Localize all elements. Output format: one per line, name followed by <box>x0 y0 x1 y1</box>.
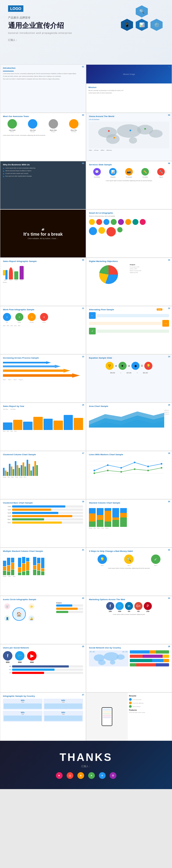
slide-num-05: 05 <box>82 162 84 164</box>
slide-title-09: Sales Report Infographic Sample <box>3 260 83 262</box>
circle-1 <box>89 219 95 225</box>
cover-hexagons: 🔍 📱 📊 ⚙️ <box>121 5 164 31</box>
eq-item-1: ▽ <box>106 362 114 370</box>
svg-point-9 <box>113 137 115 138</box>
slide-title-smart: Smart Art & Infographic <box>89 212 169 214</box>
slide-title-18: Lines With Markers Chart Sample <box>89 453 169 456</box>
circle-lg-2 <box>98 227 105 234</box>
eq-plus-2: + <box>128 364 130 368</box>
slide-why-business: 05 Why Do Business With Us Lorem ipsum d… <box>0 161 86 209</box>
bar-1 <box>3 423 12 430</box>
team-role-3: Designer <box>44 131 63 132</box>
fb-stat: 16M <box>106 611 114 612</box>
team-role-1: Director <box>3 131 22 132</box>
presentation-container: LOGO 产品展示 品牌宣传 通用企业宣传介绍 General introduc… <box>0 0 172 789</box>
social-h-bar-1: FB <box>3 665 83 668</box>
bar-4 <box>33 417 43 430</box>
yt-users: 96M <box>27 661 36 663</box>
slide-clustered-bars: 19 Clustered Bars Chart Sample Cat A Cat… <box>0 499 86 548</box>
hex-empty1 <box>121 5 133 18</box>
slide-row-8: 15 Sales Report by Year Total Sales Tota… <box>0 403 172 451</box>
h-bar-fill-2 <box>12 508 51 511</box>
slide-title-23: Iconic Circle Infographic Sample <box>3 598 83 601</box>
bar-6 <box>54 421 63 430</box>
svg-point-16 <box>120 467 122 469</box>
country-pct-7: 94% <box>44 712 82 713</box>
svg-point-8 <box>144 128 146 130</box>
team-member-4: Brian Plus Developer <box>65 119 83 132</box>
svg-point-15 <box>107 464 109 466</box>
h-bar-fill-4 <box>12 515 72 517</box>
slide-sales-infographic: 09 Sales Report Infographic Sample 2010 … <box>0 258 86 306</box>
slide-users-social: 25 Users per Social Network f 96M 🐦 96M … <box>0 644 86 692</box>
slide-equation: 14 Equation Sample Slide ▽ + ★ + ◆ = 💡 $… <box>86 354 172 403</box>
slide-3-steps: 22 3 Steps to Help Change a Bad Money Ha… <box>86 548 172 596</box>
iconic-fill-2 <box>56 608 78 610</box>
slide-alternating-flow: 12 Alternating Flow Sample ← → ✓ <box>86 306 172 354</box>
h-bar-label-4: Cat B <box>3 515 11 517</box>
tw-stat: 50M <box>116 611 124 612</box>
svg-point-6 <box>108 130 110 132</box>
eq-item-2: ★ <box>118 362 126 370</box>
circles-row <box>89 219 169 225</box>
service-icon-3: 📷 <box>125 168 133 176</box>
hex-gear: ⚙️ <box>150 19 163 31</box>
fb-icon: f <box>3 651 12 660</box>
h-bar-5: Cat C <box>3 518 83 520</box>
slide-num-09: 09 <box>82 259 84 261</box>
h-bar-track-2 <box>12 508 83 511</box>
slide-title-24: Marketing Options Across The Web <box>89 598 169 601</box>
slide-social-country: 26 Social Network Use by Country <box>86 644 172 692</box>
slide-title-15: Sales Report by Year <box>3 405 83 407</box>
iconic-track-2 <box>56 608 83 610</box>
social-label-3: YT <box>3 672 11 674</box>
service-4: ✏️ Consulting <box>141 168 149 178</box>
service-icon-5: 🔧 <box>157 168 165 176</box>
slide-lines-markers: 18 Lines With Markers Chart Sample <box>86 451 172 499</box>
stacked-bar-1 <box>130 650 169 654</box>
slide-row-5: 09 Sales Report Infographic Sample 2010 … <box>0 258 172 306</box>
fb-users: 96M <box>3 661 12 663</box>
bar-3 <box>23 422 32 430</box>
bar-5 <box>44 419 53 430</box>
service-icon-1: 💬 <box>93 168 101 176</box>
h-bar-label-1: Cat A <box>3 506 11 507</box>
twitter-stat: 🐦 96M <box>15 651 25 663</box>
mission-image: Mission image <box>86 65 172 84</box>
slide-title-14: Equation Sample Slide <box>89 357 169 359</box>
slide-num-19: 19 <box>82 501 84 502</box>
slide-num-06: 06 <box>168 162 170 164</box>
slide-num-24: 24 <box>168 597 170 599</box>
slide-row-1: 01 Introduction Lorem ipsum dolor sit am… <box>0 64 172 113</box>
svg-point-5 <box>129 137 137 144</box>
break-sub: Click editable. Alt try button, Close ..… <box>23 238 63 240</box>
svg-point-4 <box>106 134 120 144</box>
social-track-1 <box>12 665 83 668</box>
slide-title-02: Mission <box>88 86 170 89</box>
slide-title-17: Clustered Column Chart Sample <box>3 453 83 456</box>
stacked-bar-2 <box>130 655 169 658</box>
country-pct-6: 13% <box>4 713 42 715</box>
h-bar-6: Cat C <box>3 522 83 524</box>
team-member-2: John Doe Manager <box>24 119 42 132</box>
h-bar-track-4 <box>12 515 83 517</box>
slide-num-17: 17 <box>82 452 84 454</box>
social-fill-3 <box>12 672 44 674</box>
social-icons-row: f 96M 🐦 96M ▶ 96M <box>3 651 83 663</box>
svg-point-28 <box>117 654 125 660</box>
slide-mission: Mission image 02 Mission We are currentl… <box>86 64 172 113</box>
svg-point-23 <box>134 468 136 470</box>
area-chart-svg <box>89 409 169 428</box>
equation-row: ▽ + ★ + ◆ = 💡 <box>89 362 169 370</box>
slide-introduction: 01 Introduction Lorem ipsum dolor sit am… <box>0 64 86 113</box>
social-track-3 <box>12 672 83 674</box>
slide-num-01: 01 <box>82 66 84 68</box>
slide-num-26: 26 <box>168 646 170 647</box>
service-2: 📊 Infographic <box>109 168 117 178</box>
h-bar-track-6 <box>12 522 83 524</box>
footer-icon-2: ◎ <box>67 772 74 779</box>
avatar-4 <box>69 119 79 129</box>
service-5: 🔧 Support <box>157 168 165 178</box>
eq-plus-1: + <box>115 364 117 368</box>
h-bar-track-3 <box>12 512 83 514</box>
